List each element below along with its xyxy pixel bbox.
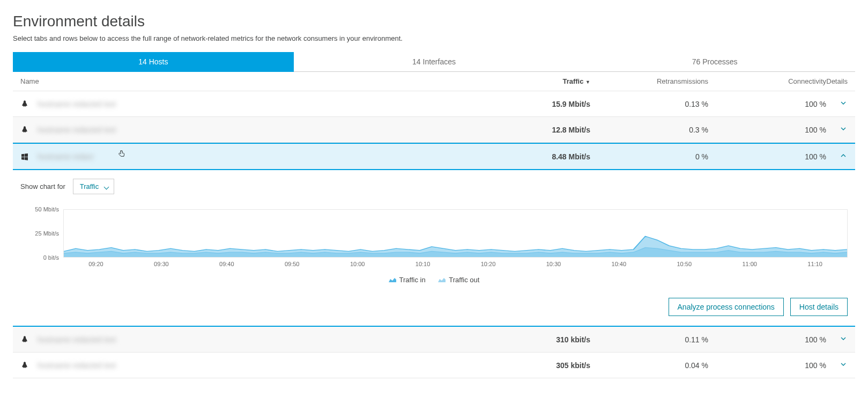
hosts-table: Name Traffic ▼ Retransmissions Connectiv… bbox=[13, 72, 855, 378]
col-header-connectivity[interactable]: Connectivity bbox=[708, 77, 826, 85]
area-icon bbox=[438, 276, 446, 284]
tab-hosts[interactable]: 14 Hosts bbox=[13, 52, 294, 72]
tabs: 14 Hosts 14 Interfaces 76 Processes bbox=[13, 52, 855, 72]
sort-desc-icon: ▼ bbox=[585, 79, 590, 85]
cell-traffic: 310 kbit/s bbox=[472, 335, 590, 344]
cell-retransmissions: 0.3 % bbox=[590, 126, 708, 134]
cell-connectivity: 100 % bbox=[708, 335, 826, 344]
chart-plot-area[interactable] bbox=[63, 209, 848, 258]
expand-toggle[interactable] bbox=[826, 99, 848, 109]
host-name: hostname redacted text bbox=[38, 335, 116, 344]
col-header-details: Details bbox=[826, 77, 848, 85]
chart-for-label: Show chart for bbox=[20, 182, 65, 190]
cell-connectivity: 100 % bbox=[708, 126, 826, 134]
analyze-process-connections-button[interactable]: Analyze process connections bbox=[669, 298, 784, 316]
cell-connectivity: 100 % bbox=[708, 100, 826, 108]
expanded-panel: Show chart for Traffic 50 Mbit/s 25 Mbit… bbox=[13, 170, 855, 326]
table-row[interactable]: hostname redact 8.48 Mbit/s 0 % 100 % bbox=[13, 143, 855, 170]
expand-toggle[interactable] bbox=[826, 334, 848, 344]
cell-traffic: 15.9 Mbit/s bbox=[472, 100, 590, 108]
page-subtitle: Select tabs and rows below to access the… bbox=[13, 34, 855, 42]
tab-interfaces[interactable]: 14 Interfaces bbox=[294, 52, 575, 72]
expand-toggle[interactable] bbox=[826, 360, 848, 370]
host-name: hostname redact bbox=[38, 152, 93, 161]
host-name: hostname redacted text bbox=[38, 126, 116, 134]
traffic-chart: 50 Mbit/s 25 Mbit/s 0 bit/s bbox=[20, 209, 848, 258]
cell-retransmissions: 0.11 % bbox=[590, 335, 708, 344]
chart-metric-select[interactable]: Traffic bbox=[73, 179, 114, 194]
table-row[interactable]: hostname redacted text 15.9 Mbit/s 0.13 … bbox=[13, 91, 855, 117]
col-header-name[interactable]: Name bbox=[20, 77, 472, 85]
chart-x-axis: 09:2009:3009:4009:5010:0010:1010:2010:30… bbox=[63, 258, 848, 267]
table-row[interactable]: hostname redacted text 305 kbit/s 0.04 %… bbox=[13, 353, 855, 378]
host-name: hostname redacted text bbox=[38, 100, 116, 108]
col-header-retransmissions[interactable]: Retransmissions bbox=[590, 77, 708, 85]
windows-icon bbox=[20, 152, 29, 161]
host-name: hostname redacted text bbox=[38, 361, 116, 370]
linux-icon bbox=[20, 100, 29, 108]
chart-y-axis: 50 Mbit/s 25 Mbit/s 0 bit/s bbox=[20, 209, 63, 258]
collapse-toggle[interactable] bbox=[826, 151, 848, 162]
col-header-traffic[interactable]: Traffic ▼ bbox=[472, 77, 590, 85]
linux-icon bbox=[20, 335, 29, 344]
cell-traffic: 305 kbit/s bbox=[472, 361, 590, 370]
cell-retransmissions: 0 % bbox=[590, 152, 708, 161]
cell-traffic: 12.8 Mbit/s bbox=[472, 126, 590, 134]
table-row[interactable]: hostname redacted text 310 kbit/s 0.11 %… bbox=[13, 327, 855, 353]
host-details-button[interactable]: Host details bbox=[790, 298, 848, 316]
table-header: Name Traffic ▼ Retransmissions Connectiv… bbox=[13, 72, 855, 91]
area-icon bbox=[389, 276, 396, 284]
linux-icon bbox=[20, 126, 29, 134]
cell-connectivity: 100 % bbox=[708, 361, 826, 370]
table-row[interactable]: hostname redacted text 12.8 Mbit/s 0.3 %… bbox=[13, 117, 855, 143]
cell-retransmissions: 0.13 % bbox=[590, 100, 708, 108]
chart-legend: Traffic in Traffic out bbox=[20, 267, 848, 288]
cell-traffic: 8.48 Mbit/s bbox=[472, 152, 590, 161]
expand-toggle[interactable] bbox=[826, 124, 848, 135]
cell-retransmissions: 0.04 % bbox=[590, 361, 708, 370]
tab-processes[interactable]: 76 Processes bbox=[574, 52, 855, 72]
linux-icon bbox=[20, 361, 29, 370]
legend-traffic-out[interactable]: Traffic out bbox=[438, 276, 479, 284]
page-title: Environment details bbox=[13, 13, 855, 30]
cell-connectivity: 100 % bbox=[708, 152, 826, 161]
legend-traffic-in[interactable]: Traffic in bbox=[389, 276, 426, 284]
